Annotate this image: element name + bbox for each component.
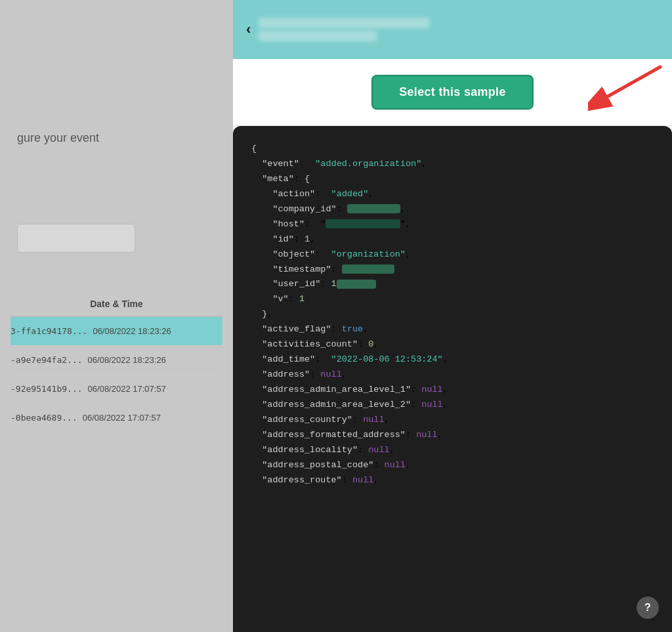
json-line: "event": "added.organization",: [251, 157, 654, 172]
table-row[interactable]: -a9e7e94fa2... 06/08/2022 18:23:26: [10, 346, 222, 375]
button-area: Select this sample: [233, 59, 672, 126]
row-date: 06/08/2022 18:23:26: [93, 326, 171, 336]
row-date: 06/08/2022 17:07:57: [88, 384, 166, 394]
json-line: "timestamp":: [251, 263, 654, 278]
left-table-header: Date & Time: [10, 292, 222, 317]
json-line: "address_admin_area_level_2": null,: [251, 398, 654, 413]
back-button[interactable]: ‹: [246, 21, 251, 38]
table-row[interactable]: 3-ffa1c94178... 06/08/2022 18:23:26: [10, 317, 222, 346]
left-panel: gure your event Date & Time 3-ffa1c94178…: [0, 0, 233, 632]
json-viewer: { "event": "added.organization", "meta":…: [233, 126, 672, 632]
json-line: "address_formatted_address": null,: [251, 428, 654, 443]
row-id: -0beea4689...: [10, 413, 77, 423]
row-date: 06/08/2022 18:23:26: [88, 355, 166, 365]
table-row[interactable]: -0beea4689... 06/08/2022 17:07:57: [10, 404, 222, 432]
json-line: "meta": {: [251, 172, 654, 187]
json-line: "address_locality": null,: [251, 443, 654, 458]
row-date: 06/08/2022 17:07:57: [83, 413, 161, 423]
left-input-box: [17, 224, 135, 253]
json-line: "address_admin_area_level_1": null,: [251, 383, 654, 398]
json-line: },: [251, 307, 654, 322]
json-line: "v": 1: [251, 292, 654, 307]
json-line: "add_time": "2022-08-06 12:53:24",: [251, 352, 654, 368]
json-line: "host": " ",: [251, 217, 654, 232]
json-line: "active_flag": true,: [251, 322, 654, 337]
table-row[interactable]: -92e95141b9... 06/08/2022 17:07:57: [10, 375, 222, 404]
select-sample-button[interactable]: Select this sample: [371, 75, 533, 110]
header-title-line2: [259, 31, 377, 41]
json-line: "action": "added",: [251, 187, 654, 202]
header-title-line1: [259, 18, 429, 28]
json-line: "address": null,: [251, 368, 654, 383]
row-id: -92e95141b9...: [10, 384, 83, 394]
date-time-header: Date & Time: [10, 299, 222, 309]
left-input-area: [17, 224, 222, 253]
help-button[interactable]: ?: [637, 597, 659, 619]
json-line: "activities_count": 0,: [251, 337, 654, 352]
json-line: "company_id": ,: [251, 202, 654, 217]
json-line: "address_postal_code": null,: [251, 458, 654, 473]
json-line: "address_country": null,: [251, 413, 654, 428]
json-line: {: [251, 142, 654, 157]
json-line: "id": 1,: [251, 232, 654, 247]
right-panel: ‹ Select this sample { "event": "added.o…: [233, 0, 672, 632]
json-line: "object": "organization",: [251, 247, 654, 263]
json-line: "user_id": 1: [251, 277, 654, 292]
row-id: 3-ffa1c94178...: [10, 326, 87, 336]
configure-text: gure your event: [17, 131, 222, 145]
json-line: "address_route": null,: [251, 473, 654, 488]
row-id: -a9e7e94fa2...: [10, 355, 83, 365]
header-title-area: [259, 18, 429, 41]
right-header: ‹: [233, 0, 672, 59]
